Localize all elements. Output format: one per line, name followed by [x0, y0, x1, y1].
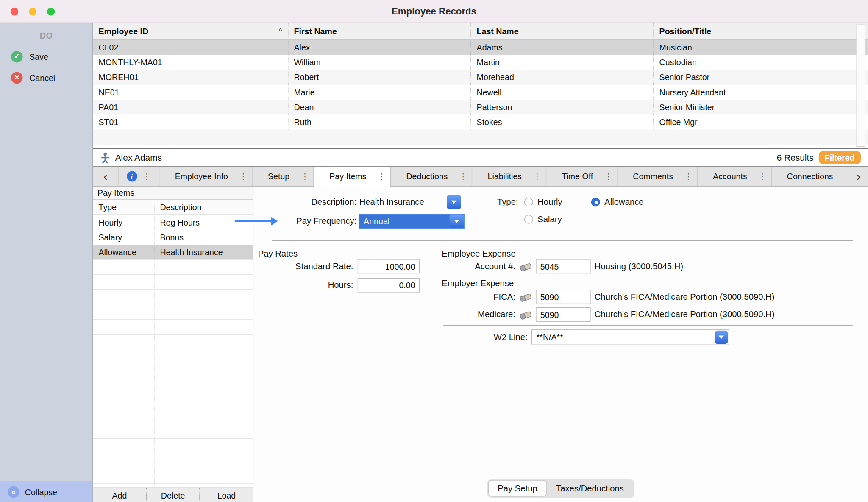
pay-items-empty-rows — [93, 260, 253, 488]
table-row-moreh01[interactable]: MOREH01 Robert Morehead Senior Pastor — [93, 70, 868, 85]
main-area: Employee ID ^ First Name Last Name Posit… — [92, 23, 868, 502]
hours-label: Hours: — [253, 278, 353, 293]
tab-time-off[interactable]: Time Off ⋮ — [546, 167, 618, 186]
eraser-icon[interactable] — [519, 262, 533, 272]
filtered-badge[interactable]: Filtered — [819, 151, 861, 164]
fica-account-field[interactable]: 5090 — [536, 290, 590, 304]
collapse-sidebar-button[interactable]: « Collapse — [0, 481, 92, 502]
minimize-window-button[interactable] — [29, 8, 36, 15]
column-header-employee-id[interactable]: Employee ID ^ — [93, 23, 288, 39]
sidebar-section-header: DO — [0, 31, 92, 40]
pay-items-buttons-bar: Add Delete Load — [93, 487, 253, 502]
table-row-pa01[interactable]: PA01 Dean Patterson Senior Minister — [93, 100, 868, 114]
column-header-type[interactable]: Type — [93, 200, 154, 215]
medicare-label: Medicare: — [442, 307, 515, 322]
record-info-tab[interactable]: i ⋮ — [119, 167, 160, 186]
column-header-last-name[interactable]: Last Name — [470, 23, 653, 39]
tab-employee-info[interactable]: Employee Info ⋮ — [159, 167, 252, 186]
column-header-first-name[interactable]: First Name — [288, 23, 470, 39]
back-chevron-icon: ‹ — [103, 170, 108, 183]
tab-connections[interactable]: Connections — [771, 167, 849, 186]
kebab-icon[interactable]: ⋮ — [758, 171, 767, 181]
tab-deductions[interactable]: Deductions ⋮ — [391, 167, 472, 186]
cell-employee-id: PA01 — [93, 100, 288, 114]
kebab-icon[interactable]: ⋮ — [533, 171, 541, 181]
description-dropdown-button[interactable] — [447, 195, 461, 209]
save-check-icon: ✓ — [11, 51, 22, 62]
zoom-window-button[interactable] — [47, 8, 55, 15]
cell-employee-id: CL02 — [93, 40, 288, 55]
cell-position: Office Mgr — [653, 114, 868, 129]
cancel-button[interactable]: ✕ Cancel — [0, 67, 92, 88]
standard-rate-field[interactable]: 1000.00 — [358, 259, 420, 273]
tabs-forward-button[interactable]: › — [849, 167, 868, 186]
traffic-lights — [11, 8, 55, 15]
tab-pay-items[interactable]: Pay Items ⋮ — [314, 167, 391, 186]
save-button[interactable]: ✓ Save — [0, 46, 92, 67]
cell-last-name: Morehead — [470, 70, 653, 85]
table-row-ne01[interactable]: NE01 Marie Newell Nursery Attendant — [93, 85, 868, 100]
empty-table-row — [93, 130, 868, 145]
type-label: Type: — [475, 195, 518, 209]
cell-employee-id: MONTHLY-MA01 — [93, 55, 288, 70]
column-header-description[interactable]: Description — [154, 200, 253, 215]
cell-first-name: Ruth — [288, 114, 470, 129]
tab-liabilities[interactable]: Liabilities ⋮ — [472, 167, 546, 186]
table-row-cl02[interactable]: CL02 Alex Adams Musician — [93, 40, 868, 55]
collapse-label: Collapse — [25, 487, 57, 496]
cell-employee-id: ST01 — [93, 114, 288, 129]
tabs-back-button[interactable]: ‹ — [93, 167, 118, 186]
cell-first-name: Robert — [288, 70, 470, 85]
employee-records-window: Employee Records DO ✓ Save ✕ Cancel « Co… — [0, 0, 868, 502]
cell-position: Musician — [653, 40, 868, 55]
kebab-icon[interactable]: ⋮ — [142, 171, 151, 181]
account-number-field[interactable]: 5045 — [536, 259, 590, 273]
tab-setup[interactable]: Setup ⋮ — [252, 167, 314, 186]
w2-line-combobox[interactable]: **N/A** — [531, 329, 729, 344]
cell-last-name: Newell — [470, 85, 653, 100]
add-pay-item-button[interactable]: Add — [93, 488, 146, 502]
tab-comments[interactable]: Comments ⋮ — [618, 167, 698, 186]
tab-taxes-deductions[interactable]: Taxes/Deductions — [547, 480, 633, 496]
medicare-account-field[interactable]: 5090 — [536, 307, 590, 322]
pay-item-row-salary[interactable]: Salary Bonus — [93, 230, 253, 245]
kebab-icon[interactable]: ⋮ — [684, 171, 693, 181]
tab-pay-setup[interactable]: Pay Setup — [488, 480, 547, 496]
kebab-icon[interactable]: ⋮ — [604, 171, 612, 181]
delete-pay-item-button[interactable]: Delete — [147, 488, 200, 502]
tab-accounts[interactable]: Accounts ⋮ — [698, 167, 772, 186]
kebab-icon[interactable]: ⋮ — [459, 171, 467, 181]
eraser-icon[interactable] — [519, 310, 533, 320]
w2-line-dropdown-button[interactable] — [715, 330, 728, 343]
type-option-hourly-label[interactable]: Hourly — [537, 195, 562, 209]
pay-frequency-combobox[interactable]: Annual — [359, 214, 464, 229]
table-row-monthly-ma01[interactable]: MONTHLY-MA01 William Martin Custodian — [93, 55, 868, 70]
employee-table: Employee ID ^ First Name Last Name Posit… — [93, 23, 868, 148]
hours-field[interactable]: 0.00 — [358, 278, 420, 293]
column-header-position[interactable]: Position/Title — [653, 23, 868, 39]
type-radio-allowance[interactable] — [591, 198, 600, 206]
type-option-allowance-label[interactable]: Allowance — [604, 195, 643, 209]
close-window-button[interactable] — [11, 8, 18, 15]
table-row-st01[interactable]: ST01 Ruth Stokes Office Mgr — [93, 114, 868, 129]
employee-table-header: Employee ID ^ First Name Last Name Posit… — [93, 23, 868, 40]
table-vertical-scrollbar[interactable] — [857, 24, 865, 147]
annotation-arrow — [235, 220, 271, 222]
kebab-icon[interactable]: ⋮ — [239, 171, 248, 181]
pay-frequency-dropdown-button[interactable] — [450, 214, 464, 228]
type-option-salary-label[interactable]: Salary — [537, 212, 562, 226]
fica-account-description: Church's FICA/Medicare Portion (3000.509… — [595, 290, 775, 304]
eraser-icon[interactable] — [519, 293, 533, 303]
pay-item-row-hourly[interactable]: Hourly Reg Hours — [93, 215, 253, 230]
cell-last-name: Stokes — [470, 114, 653, 129]
pay-item-row-allowance[interactable]: Allowance Health Insurance — [93, 245, 253, 259]
kebab-icon[interactable]: ⋮ — [300, 171, 309, 181]
type-radio-salary[interactable] — [524, 215, 533, 224]
load-pay-item-button[interactable]: Load — [200, 488, 253, 502]
window-titlebar: Employee Records — [0, 0, 868, 23]
kebab-icon[interactable]: ⋮ — [378, 171, 386, 181]
info-icon: i — [126, 171, 137, 182]
type-radio-hourly[interactable] — [524, 198, 533, 206]
save-label: Save — [29, 52, 48, 61]
action-sidebar: DO ✓ Save ✕ Cancel « Collapse — [0, 23, 92, 502]
